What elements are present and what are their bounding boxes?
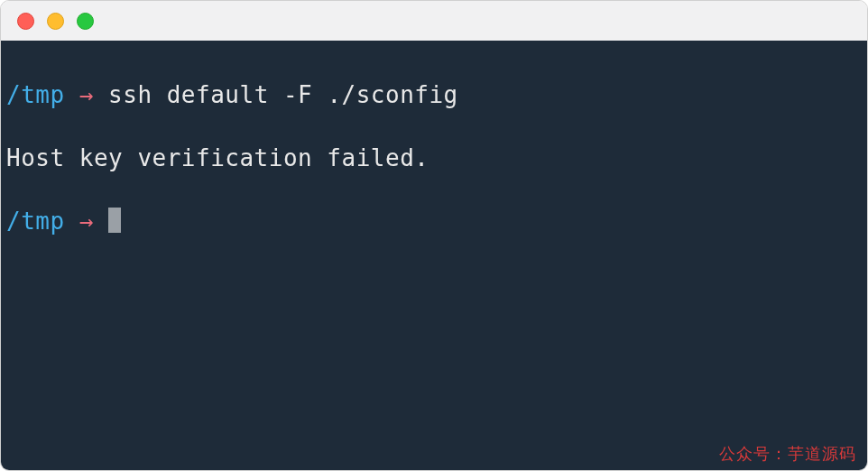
output-text: Host key verification failed.: [6, 143, 862, 174]
prompt-arrow-icon: →: [79, 208, 94, 235]
maximize-icon[interactable]: [77, 13, 94, 30]
terminal-body[interactable]: /tmp → ssh default -F ./sconfig Host key…: [1, 41, 867, 470]
close-icon[interactable]: [17, 13, 34, 30]
prompt-path: /tmp: [6, 208, 65, 235]
minimize-icon[interactable]: [47, 13, 64, 30]
terminal-window: /tmp → ssh default -F ./sconfig Host key…: [0, 0, 868, 471]
prompt-arrow-icon: →: [79, 81, 94, 108]
terminal-line: /tmp →: [6, 206, 862, 237]
cursor-icon: [108, 208, 121, 233]
watermark-text: 公众号：芋道源码: [719, 443, 856, 465]
command-text: ssh default -F ./sconfig: [108, 81, 458, 108]
terminal-line: /tmp → ssh default -F ./sconfig: [6, 79, 862, 111]
prompt-path: /tmp: [6, 81, 65, 108]
window-titlebar: [1, 1, 867, 41]
